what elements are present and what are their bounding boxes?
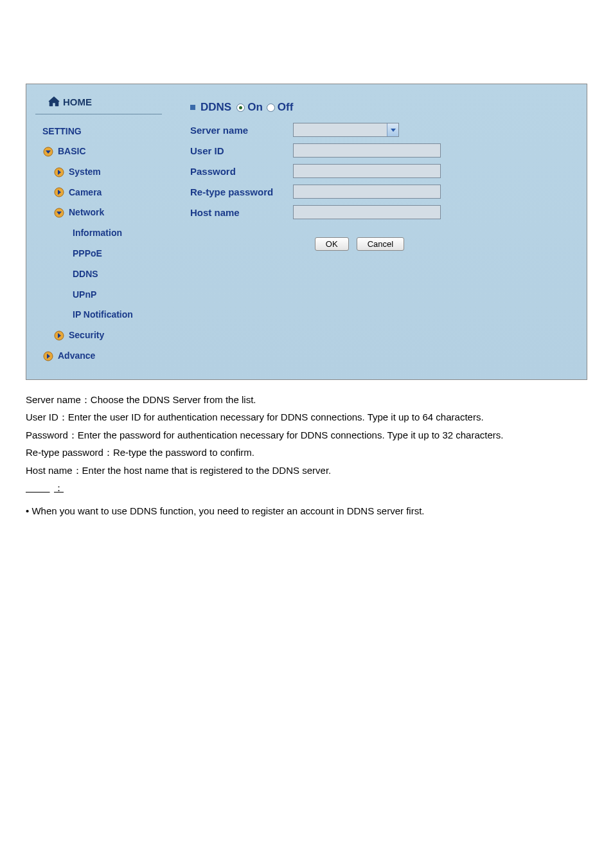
home-label: HOME xyxy=(63,96,92,107)
nav-network[interactable]: Network xyxy=(26,203,171,223)
nav-ddns[interactable]: DDNS xyxy=(26,264,171,285)
radio-selected-icon xyxy=(236,104,245,112)
nav-label: UPnP xyxy=(73,287,96,303)
nav-label: Information xyxy=(73,226,122,241)
content-area: DDNS On Off Server name xyxy=(171,84,587,379)
nav-upnp[interactable]: UPnP xyxy=(26,285,171,305)
cancel-button[interactable]: Cancel xyxy=(357,237,404,251)
chevron-right-icon xyxy=(53,330,65,341)
section-title: DDNS xyxy=(200,101,231,114)
chevron-right-icon xyxy=(53,187,65,197)
nav-label: Security xyxy=(69,328,104,343)
chevron-right-icon xyxy=(53,167,65,177)
ok-button[interactable]: OK xyxy=(315,237,349,251)
nav-label: Network xyxy=(69,205,104,221)
setting-header: SETTING xyxy=(26,123,171,141)
retype-password-input[interactable] xyxy=(293,185,441,199)
home-link[interactable]: HOME xyxy=(35,93,162,114)
chevron-down-icon xyxy=(53,208,65,218)
host-name-input[interactable] xyxy=(293,205,441,219)
nav-label: DDNS xyxy=(73,267,98,282)
radio-on[interactable]: On xyxy=(236,101,263,114)
desc-server-name: Server name：Choose the DDNS Server from … xyxy=(26,392,587,408)
desc-host-name: Host name：Enter the host name that is re… xyxy=(26,462,587,479)
nav-label: Camera xyxy=(69,185,102,201)
radio-off[interactable]: Off xyxy=(267,101,294,114)
host-name-label: Host name xyxy=(190,207,293,218)
password-input[interactable] xyxy=(293,164,441,178)
field-host-name: Host name xyxy=(190,205,567,219)
nav-ip-notification[interactable]: IP Notification xyxy=(26,305,171,325)
radio-unselected-icon xyxy=(267,104,275,112)
server-name-label: Server name xyxy=(190,125,293,136)
nav-label: IP Notification xyxy=(73,307,133,323)
retype-password-label: Re-type password xyxy=(190,186,293,197)
nav-system[interactable]: System xyxy=(26,162,171,183)
nav-label: System xyxy=(69,165,101,180)
server-name-select[interactable] xyxy=(293,123,399,137)
nav-label: Advance xyxy=(58,348,95,364)
nav-advance[interactable]: Advance xyxy=(26,346,171,366)
chevron-right-icon xyxy=(42,351,54,361)
field-user-id: User ID xyxy=(190,143,567,158)
square-bullet-icon xyxy=(190,105,195,110)
desc-retype: Re-type password：Re-type the password to… xyxy=(26,444,587,461)
radio-off-label: Off xyxy=(278,101,294,114)
nav-basic[interactable]: BASIC xyxy=(26,141,171,162)
nav-label: PPPoE xyxy=(73,246,102,262)
chevron-down-icon xyxy=(387,123,398,136)
nav-camera[interactable]: Camera xyxy=(26,183,171,203)
description-text: Server name：Choose the DDNS Server from … xyxy=(26,392,587,520)
nav-information[interactable]: Information xyxy=(26,223,171,244)
field-retype-password: Re-type password xyxy=(190,185,567,199)
user-id-label: User ID xyxy=(190,145,293,156)
user-id-input[interactable] xyxy=(293,143,441,158)
radio-on-label: On xyxy=(247,101,263,114)
desc-user-id: User ID：Enter the user ID for authentica… xyxy=(26,409,587,426)
home-icon xyxy=(48,96,60,107)
desc-password: Password：Enter the password for authenti… xyxy=(26,427,587,444)
ddns-header: DDNS On Off xyxy=(190,101,567,114)
desc-blank-line: ： xyxy=(26,480,587,496)
settings-panel: HOME SETTING BASIC System Camera xyxy=(26,84,587,380)
nav-pppoe[interactable]: PPPoE xyxy=(26,244,171,264)
field-server-name: Server name xyxy=(190,123,567,137)
nav-label: BASIC xyxy=(58,144,86,159)
sidebar: HOME SETTING BASIC System Camera xyxy=(26,84,171,379)
button-row: OK Cancel xyxy=(152,237,567,251)
field-password: Password xyxy=(190,164,567,178)
nav-security[interactable]: Security xyxy=(26,325,171,346)
chevron-down-icon xyxy=(42,147,54,157)
password-label: Password xyxy=(190,166,293,177)
desc-note: • When you want to use DDNS function, yo… xyxy=(26,503,587,520)
